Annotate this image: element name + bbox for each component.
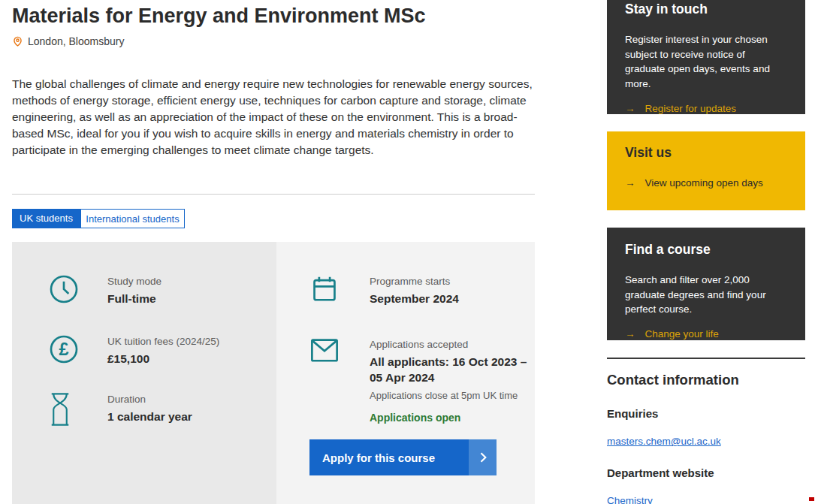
location-text: London, Bloomsbury — [28, 35, 124, 47]
tab-uk-students[interactable]: UK students — [12, 209, 80, 228]
stay-in-touch-box: Stay in touch Register interest in your … — [607, 0, 805, 114]
applications-close-note: Applications close at 5pm UK time — [370, 390, 535, 401]
applications-accepted-item: Applications accepted All applicants: 16… — [310, 337, 535, 424]
view-open-days-label: View upcoming open days — [645, 177, 763, 189]
duration-item: Duration 1 calendar year — [49, 392, 276, 430]
sidebar: Stay in touch Register interest in your … — [607, 0, 805, 504]
duration-value: 1 calendar year — [107, 409, 192, 424]
apply-button-label: Apply for this course — [309, 451, 469, 464]
key-info-right-column: Programme starts September 2024 Applicat… — [276, 242, 535, 504]
envelope-icon — [310, 337, 339, 424]
arrow-right-icon: → — [625, 328, 635, 340]
enquiries-label: Enquiries — [607, 407, 805, 420]
register-for-updates-label: Register for updates — [645, 103, 737, 114]
change-your-life-link[interactable]: → Change your life — [625, 328, 787, 340]
location-pin-icon — [12, 35, 23, 47]
apply-button[interactable]: Apply for this course — [309, 439, 497, 475]
course-intro: The global challenges of climate and ene… — [12, 76, 535, 158]
content-divider — [12, 194, 535, 195]
find-a-course-body: Search and filter over 2,000 graduate de… — [625, 273, 787, 317]
tab-international-students[interactable]: International students — [80, 209, 185, 228]
register-for-updates-link[interactable]: → Register for updates — [625, 103, 787, 114]
arrow-right-icon: → — [625, 103, 635, 114]
arrow-right-icon: → — [625, 177, 635, 189]
department-website-link[interactable]: Chemistry — [607, 495, 653, 504]
key-info-left-column: Study mode Full-time £ UK tuition fees (… — [12, 242, 276, 504]
programme-starts-label: Programme starts — [370, 276, 459, 287]
duration-label: Duration — [107, 394, 192, 405]
page-title: Materials for Energy and Environment MSc — [12, 5, 426, 28]
contact-information-section: Contact information Enquiries masters.ch… — [607, 372, 805, 504]
tuition-fees-value: £15,100 — [107, 351, 219, 367]
stay-in-touch-body: Register interest in your chosen subject… — [625, 32, 787, 91]
contact-information-heading: Contact information — [607, 372, 805, 388]
enquiries-email-link[interactable]: masters.chem@ucl.ac.uk — [607, 436, 721, 447]
programme-starts-item: Programme starts September 2024 — [310, 274, 535, 307]
pound-icon: £ — [49, 334, 79, 367]
find-a-course-box: Find a course Search and filter over 2,0… — [607, 228, 805, 340]
department-website-label: Department website — [607, 466, 805, 479]
stay-in-touch-heading: Stay in touch — [625, 2, 787, 17]
cursor-artifact — [809, 497, 814, 501]
calendar-icon — [310, 274, 339, 307]
chevron-right-icon — [469, 439, 497, 475]
study-mode-value: Full-time — [107, 291, 161, 306]
change-your-life-label: Change your life — [645, 328, 719, 340]
hourglass-icon — [49, 392, 79, 430]
programme-starts-value: September 2024 — [370, 291, 459, 306]
fee-tabs: UK students International students — [12, 209, 185, 228]
sidebar-divider — [607, 358, 805, 359]
applications-accepted-value: All applicants: 16 Oct 2023 – 05 Apr 202… — [370, 354, 535, 385]
study-mode-item: Study mode Full-time — [49, 274, 276, 307]
visit-us-box: Visit us → View upcoming open days — [607, 131, 805, 210]
svg-text:£: £ — [59, 340, 69, 359]
key-information-panel: Study mode Full-time £ UK tuition fees (… — [12, 242, 535, 504]
location-row: London, Bloomsbury — [12, 35, 124, 47]
find-a-course-heading: Find a course — [625, 242, 787, 258]
applications-accepted-label: Applications accepted — [370, 339, 535, 350]
visit-us-heading: Visit us — [625, 145, 787, 161]
study-mode-label: Study mode — [107, 276, 161, 287]
view-open-days-link[interactable]: → View upcoming open days — [625, 177, 787, 189]
clock-icon — [49, 274, 79, 307]
tuition-fees-item: £ UK tuition fees (2024/25) £15,100 — [49, 334, 276, 367]
tuition-fees-label: UK tuition fees (2024/25) — [107, 336, 219, 347]
applications-status: Applications open — [370, 412, 535, 424]
